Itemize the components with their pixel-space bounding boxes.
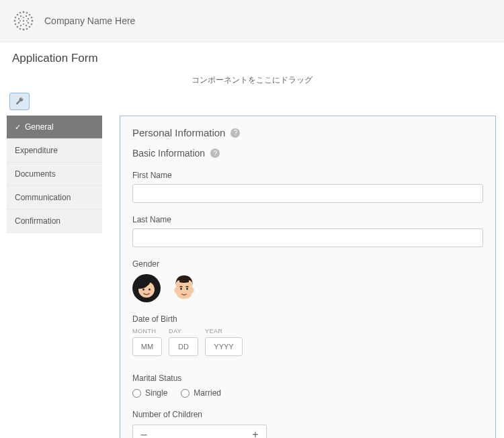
section-personal-info: Personal Information ? bbox=[132, 127, 483, 138]
section-basic-info: Basic Information ? bbox=[132, 148, 483, 159]
dob-year-input[interactable] bbox=[205, 337, 243, 356]
svg-point-8 bbox=[32, 20, 34, 22]
dob-headers: MONTH DAY YEAR bbox=[132, 328, 483, 335]
drag-hint: コンポーネントをここにドラッグ bbox=[0, 71, 504, 93]
svg-point-36 bbox=[186, 288, 188, 290]
sidebar-item-expenditure[interactable]: Expenditure bbox=[7, 139, 102, 163]
marital-radio-single[interactable] bbox=[132, 389, 141, 398]
marital-option-single[interactable]: Single bbox=[132, 388, 167, 398]
sidebar-item-label: Communication bbox=[15, 193, 71, 202]
first-name-label: First Name bbox=[132, 171, 483, 180]
svg-point-33 bbox=[175, 288, 178, 293]
app-header: Company Name Here bbox=[0, 0, 504, 42]
sidebar-item-label: Expenditure bbox=[15, 146, 58, 155]
wrench-icon bbox=[15, 97, 24, 106]
marital-single-text: Single bbox=[145, 388, 167, 398]
svg-point-17 bbox=[26, 15, 27, 17]
svg-point-32 bbox=[149, 289, 151, 291]
marital-label: Marital Status bbox=[132, 374, 483, 383]
svg-point-12 bbox=[29, 26, 31, 28]
svg-point-3 bbox=[17, 14, 19, 16]
svg-point-24 bbox=[23, 17, 24, 18]
svg-point-16 bbox=[20, 15, 22, 17]
svg-point-25 bbox=[23, 24, 24, 25]
help-icon[interactable]: ? bbox=[210, 148, 220, 158]
gender-option-female[interactable] bbox=[132, 274, 161, 302]
svg-point-14 bbox=[26, 28, 28, 30]
marital-radio-married[interactable] bbox=[181, 389, 190, 398]
check-icon: ✓ bbox=[15, 123, 21, 132]
dob-year-header: YEAR bbox=[205, 328, 243, 335]
company-logo bbox=[12, 9, 35, 32]
gender-option-male[interactable] bbox=[170, 274, 198, 302]
sidebar-item-documents[interactable]: Documents bbox=[7, 163, 102, 186]
svg-point-6 bbox=[31, 17, 33, 19]
children-stepper: – + bbox=[132, 425, 267, 438]
stepper-plus-button[interactable]: + bbox=[245, 425, 266, 438]
svg-point-26 bbox=[19, 20, 21, 21]
section-sub-text: Basic Information bbox=[132, 148, 205, 159]
sidebar-item-general[interactable]: ✓ General bbox=[7, 116, 102, 139]
svg-point-7 bbox=[14, 20, 16, 22]
svg-point-15 bbox=[23, 29, 25, 31]
svg-point-0 bbox=[23, 11, 25, 13]
svg-point-22 bbox=[20, 25, 22, 26]
last-name-input[interactable] bbox=[132, 228, 483, 247]
gender-label: Gender bbox=[132, 259, 483, 269]
dob-label: Date of Birth bbox=[132, 314, 483, 324]
svg-point-2 bbox=[26, 12, 28, 14]
sidebar-item-label: General bbox=[25, 122, 54, 132]
svg-point-11 bbox=[17, 26, 19, 28]
help-icon[interactable]: ? bbox=[230, 128, 240, 138]
svg-point-35 bbox=[180, 288, 182, 290]
svg-point-5 bbox=[15, 17, 17, 19]
svg-point-18 bbox=[18, 18, 19, 19]
dob-day-input[interactable] bbox=[169, 337, 198, 356]
children-label: Number of Children bbox=[132, 410, 483, 419]
svg-point-9 bbox=[15, 24, 17, 26]
company-name: Company Name Here bbox=[44, 15, 135, 26]
avatar-female-icon bbox=[132, 274, 161, 302]
svg-point-27 bbox=[26, 20, 28, 21]
last-name-label: Last Name bbox=[132, 215, 483, 224]
svg-point-19 bbox=[28, 18, 29, 19]
stepper-minus-button[interactable]: – bbox=[133, 425, 155, 438]
form-panel: Personal Information ? Basic Information… bbox=[120, 116, 496, 438]
svg-point-23 bbox=[26, 25, 27, 26]
sidebar-item-label: Confirmation bbox=[15, 216, 60, 226]
marital-option-married[interactable]: Married bbox=[181, 388, 221, 398]
sidebar: ✓ General Expenditure Documents Communic… bbox=[7, 116, 102, 233]
svg-point-28 bbox=[23, 20, 24, 21]
dob-day-header: DAY bbox=[169, 328, 198, 335]
svg-point-4 bbox=[29, 14, 31, 16]
svg-point-1 bbox=[19, 12, 22, 14]
sidebar-item-confirmation[interactable]: Confirmation bbox=[7, 210, 102, 233]
sidebar-item-communication[interactable]: Communication bbox=[7, 186, 102, 210]
svg-point-21 bbox=[28, 22, 29, 24]
svg-point-10 bbox=[31, 24, 33, 26]
svg-point-34 bbox=[191, 288, 194, 293]
avatar-male-icon bbox=[170, 274, 198, 302]
sidebar-item-label: Documents bbox=[15, 169, 56, 179]
wrench-tool-button[interactable] bbox=[9, 93, 30, 110]
svg-point-13 bbox=[19, 28, 22, 30]
marital-married-text: Married bbox=[194, 388, 221, 398]
dob-month-header: MONTH bbox=[132, 328, 162, 335]
page-title: Application Form bbox=[0, 42, 504, 71]
dob-month-input[interactable] bbox=[132, 337, 162, 356]
first-name-input[interactable] bbox=[132, 184, 483, 203]
section-title-text: Personal Information bbox=[132, 127, 225, 138]
svg-point-20 bbox=[18, 22, 19, 24]
svg-point-31 bbox=[142, 289, 144, 291]
